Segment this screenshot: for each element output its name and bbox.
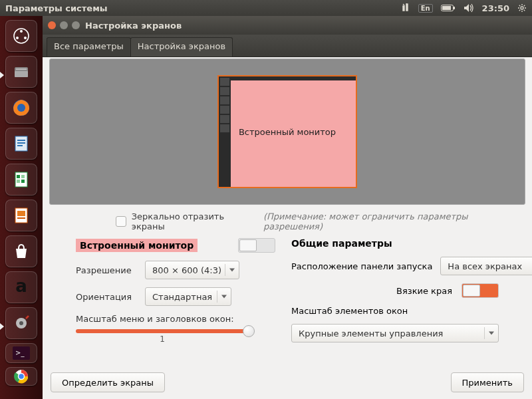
svg-rect-2 [442, 6, 451, 10]
breadcrumb-displays[interactable]: Настройка экранов [130, 37, 233, 57]
slider-handle[interactable] [243, 325, 255, 337]
keyboard-layout-indicator[interactable]: En [418, 4, 433, 13]
launcher-software-center[interactable] [5, 235, 37, 267]
sticky-edges-toggle[interactable] [462, 283, 499, 298]
svg-text:>_: >_ [15, 349, 25, 357]
launcher-files[interactable] [5, 56, 37, 88]
svg-point-7 [24, 37, 27, 39]
breadcrumb-all-settings[interactable]: Все параметры [47, 37, 131, 57]
launcher-terminal[interactable]: >_ [5, 343, 37, 363]
window-close-button[interactable] [48, 21, 56, 29]
sticky-edges-label: Вязкие края [396, 286, 452, 296]
svg-rect-25 [17, 217, 25, 219]
svg-rect-15 [17, 140, 25, 141]
launcher-placement-combo[interactable]: На всех экранах [440, 257, 532, 275]
apply-button[interactable]: Применить [451, 372, 524, 392]
top-panel: Параметры системы En 23:50 [0, 0, 532, 16]
unity-launcher: a >_ [0, 16, 43, 399]
svg-rect-9 [16, 68, 27, 70]
ui-scale-value: 1 [76, 334, 249, 344]
ui-scale-slider[interactable] [76, 329, 249, 333]
window-min-button[interactable] [60, 21, 68, 29]
window-scale-label: Масштаб элементов окон [291, 306, 408, 316]
launcher-system-settings[interactable] [5, 307, 37, 339]
mirror-note: (Примечание: может ограничить параметры … [263, 211, 525, 231]
settings-window: Настройка экранов Все параметры Настройк… [43, 16, 532, 399]
launcher-calc[interactable] [5, 164, 37, 196]
ui-scale-label: Масштаб меню и заголовков окон: [76, 314, 275, 324]
window-scale-combo[interactable]: Крупные элементы управления [291, 324, 499, 342]
monitor-preview[interactable]: Встроенный монитор [217, 75, 357, 188]
svg-point-6 [16, 37, 19, 39]
window-title: Настройка экранов [85, 21, 182, 31]
panel-app-title: Параметры системы [5, 3, 401, 13]
svg-rect-19 [17, 175, 20, 178]
svg-rect-17 [17, 145, 23, 146]
general-header: Общие параметры [291, 238, 392, 249]
mirror-displays-checkbox[interactable] [116, 216, 126, 227]
svg-point-27 [19, 321, 23, 325]
svg-point-5 [20, 30, 23, 33]
indicator-area: En 23:50 [401, 3, 527, 13]
display-preview-area[interactable]: Встроенный монитор [49, 59, 525, 205]
clock[interactable]: 23:50 [482, 3, 509, 13]
mirror-displays-label: Зеркально отразить экраны [132, 211, 258, 231]
window-titlebar[interactable]: Настройка экранов [43, 16, 532, 35]
launcher-amazon[interactable]: a [5, 271, 37, 303]
monitor-power-toggle[interactable] [238, 238, 275, 253]
network-icon[interactable] [401, 3, 410, 13]
launcher-dash[interactable] [5, 20, 37, 52]
orientation-combo[interactable]: Стандартная [145, 287, 231, 306]
svg-point-12 [17, 104, 25, 112]
resolution-label: Разрешение [76, 265, 137, 275]
resolution-combo[interactable]: 532 × 399 (4:3) [145, 261, 239, 279]
launcher-chrome[interactable] [5, 367, 37, 386]
svg-point-31 [19, 374, 25, 380]
path-bar: Все параметры Настройка экранов [43, 35, 532, 57]
window-max-button[interactable] [72, 21, 80, 29]
svg-rect-10 [15, 71, 28, 77]
gear-icon[interactable] [517, 3, 527, 13]
sound-icon[interactable] [464, 3, 474, 13]
svg-rect-21 [17, 180, 20, 183]
launcher-placement-label: Расположение панели запуска [291, 261, 432, 271]
svg-rect-20 [21, 175, 25, 178]
orientation-label: Ориентация [76, 292, 137, 302]
svg-point-3 [521, 7, 523, 9]
launcher-writer[interactable] [5, 128, 37, 160]
svg-rect-1 [454, 7, 455, 9]
selected-monitor-header: Встроенный монитор [76, 239, 198, 252]
monitor-preview-label: Встроенный монитор [239, 127, 336, 137]
detect-displays-button[interactable]: Определить экраны [51, 372, 165, 392]
svg-rect-22 [21, 180, 25, 183]
svg-rect-16 [17, 142, 25, 144]
launcher-firefox[interactable] [5, 92, 37, 124]
svg-rect-24 [17, 211, 25, 216]
battery-icon[interactable] [441, 4, 456, 12]
launcher-impress[interactable] [5, 200, 37, 231]
